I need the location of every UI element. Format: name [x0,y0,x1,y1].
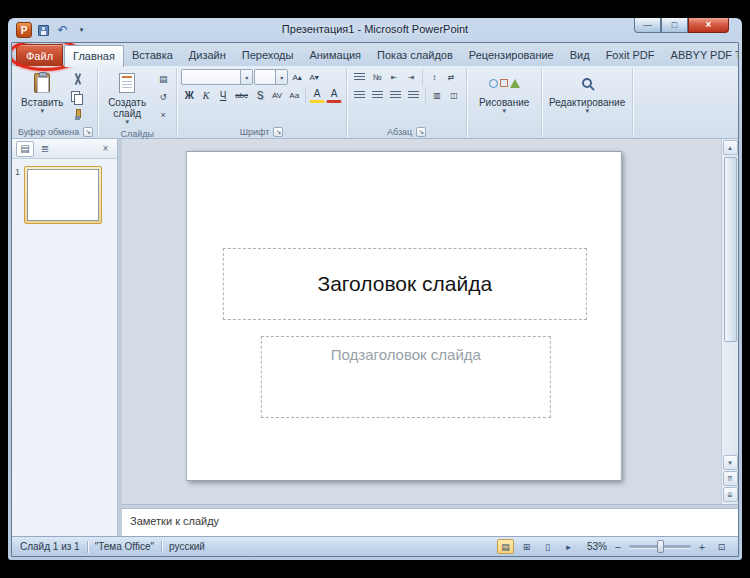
character-spacing-button[interactable]: AV [269,87,285,103]
group-drawing-footer [471,125,537,138]
scroll-track[interactable] [723,156,738,455]
scroll-up-button[interactable]: ▴ [723,140,738,155]
align-left-button[interactable] [351,87,368,103]
numbering-button[interactable]: № [369,69,385,85]
panel-close-button[interactable]: × [98,142,113,156]
qat-customize-button[interactable]: ▾ [74,23,89,38]
tab-animations[interactable]: Анимация [301,45,369,66]
slideshow-view-button[interactable]: ▸ [560,539,577,554]
zoom-slider-thumb[interactable] [657,540,664,553]
grow-font-button[interactable]: А▴ [289,69,305,85]
font-size-combobox[interactable]: ▾ [254,69,288,85]
cut-button[interactable] [68,70,86,87]
paste-button[interactable]: Вставить ▾ [18,69,66,116]
subtitle-placeholder[interactable]: Подзаголовок слайда [261,336,551,418]
slide-reset-button[interactable]: ↺ [154,88,172,105]
slide-canvas[interactable]: Заголовок слайда Подзаголовок слайда [186,151,622,481]
font-rows: ▾ ▾ А▴ А▾ Ж К Ч [181,69,342,103]
paragraph-dialog-launcher[interactable]: ↘ [416,127,426,137]
strikethrough-button[interactable]: abc [232,87,251,103]
reading-view-button[interactable]: ▯ [539,539,556,554]
bullets-button[interactable] [351,69,368,85]
tab-review[interactable]: Рецензирование [461,45,562,66]
tab-view[interactable]: Вид [562,45,598,66]
text-direction-button[interactable]: ⇄ [443,69,459,85]
fit-to-window-button[interactable]: ⊡ [713,539,730,554]
format-painter-button[interactable] [68,106,86,123]
increase-indent-button[interactable]: ⇥ [403,69,419,85]
outline-tab[interactable]: ≣ [36,141,54,157]
change-case-button[interactable]: Аа [286,87,302,103]
chevron-down-icon: ▾ [80,26,84,34]
undo-button[interactable]: ↶ [55,23,70,38]
vertical-scrollbar[interactable]: ▴ ▾ ⇈ ⇊ [721,139,738,504]
chevron-down-icon: ▾ [585,108,589,114]
next-slide-button[interactable]: ⇊ [723,487,738,502]
title-placeholder[interactable]: Заголовок слайда [223,248,587,320]
drawing-group-button[interactable]: Рисование ▾ [471,69,537,116]
scroll-down-button[interactable]: ▾ [723,455,738,470]
convert-smartart-button[interactable]: ◫ [446,87,462,103]
highlight-color-button[interactable]: А [309,87,325,103]
tab-file[interactable]: Файл [16,44,63,66]
justify-button[interactable] [405,87,422,103]
new-slide-button[interactable]: Создать слайд ▾ [102,69,152,127]
font-color-button[interactable]: А [326,87,342,103]
notes-pane[interactable]: Заметки к слайду [122,509,738,536]
align-right-button[interactable] [387,87,404,103]
previous-slide-button[interactable]: ⇈ [723,471,738,486]
slide-layout-button[interactable]: ▤ [154,70,172,87]
clipboard-dialog-launcher[interactable]: ↘ [83,127,93,137]
zoom-in-button[interactable]: + [695,540,709,554]
shrink-font-button[interactable]: А▾ [306,69,322,85]
text-shadow-button[interactable]: S [252,87,268,103]
tab-abbyy-pdf[interactable]: ABBYY PDF Transformer+ [663,45,739,66]
zoom-level[interactable]: 53% [581,541,607,552]
paste-icon-wrap [34,71,50,95]
titlebar[interactable]: P ↶ ▾ Презентация1 - Microsoft PowerPoin… [11,18,739,42]
line-spacing-button[interactable]: ↕ [426,69,442,85]
decrease-indent-button[interactable]: ⇤ [386,69,402,85]
tab-home[interactable]: Главная [64,45,124,67]
tab-foxit-pdf[interactable]: Foxit PDF [598,45,663,66]
copy-button[interactable] [68,88,86,105]
powerpoint-app-icon[interactable]: P [16,22,32,38]
editor-column: Заголовок слайда Подзаголовок слайда ▴ ▾… [122,139,738,536]
normal-view-button[interactable]: ▤ [497,539,514,554]
zoom-slider[interactable] [629,545,691,548]
slide-thumbnail[interactable] [27,169,99,221]
editing-group-button[interactable]: Редактирование ▾ [546,69,628,116]
group-clipboard-label: Буфер обмена [18,127,79,137]
find-icon [582,78,592,88]
minimize-button[interactable]: — [634,18,661,33]
tab-transitions[interactable]: Переходы [234,45,302,66]
divider [87,541,88,553]
font-dialog-launcher[interactable]: ↘ [273,127,283,137]
underline-button[interactable]: Ч [215,87,231,103]
copy-icon [71,91,83,103]
close-button[interactable]: × [688,18,729,33]
theme-name[interactable]: "Тема Office" [95,541,154,552]
slide-delete-button[interactable]: × [154,106,172,123]
align-center-button[interactable] [369,87,386,103]
slide-thumbnail-selected[interactable] [24,166,102,224]
slides-tab[interactable]: ▤ [16,141,34,157]
bold-button[interactable]: Ж [181,87,197,103]
font-name-combobox[interactable]: ▾ [181,69,253,85]
group-font-body: ▾ ▾ А▴ А▾ Ж К Ч [181,69,342,125]
language-indicator[interactable]: русский [169,541,205,552]
maximize-button[interactable]: □ [661,18,688,33]
slide-sorter-view-button[interactable]: ⊞ [518,539,535,554]
chevron-down-icon: ▾ [275,70,287,84]
slide-number: 1 [15,166,20,224]
tab-design[interactable]: Дизайн [181,45,234,66]
zoom-out-button[interactable]: − [611,540,625,554]
italic-button[interactable]: К [198,87,214,103]
tab-slideshow[interactable]: Показ слайдов [369,45,461,66]
ribbon-home: Вставить ▾ Буфер обмена ↘ [12,66,738,139]
columns-button[interactable]: ▥ [429,87,445,103]
scroll-thumb[interactable] [724,157,737,342]
save-button[interactable] [36,23,51,38]
tab-insert[interactable]: Вставка [124,45,181,66]
drawing-icon-wrap [489,71,520,95]
